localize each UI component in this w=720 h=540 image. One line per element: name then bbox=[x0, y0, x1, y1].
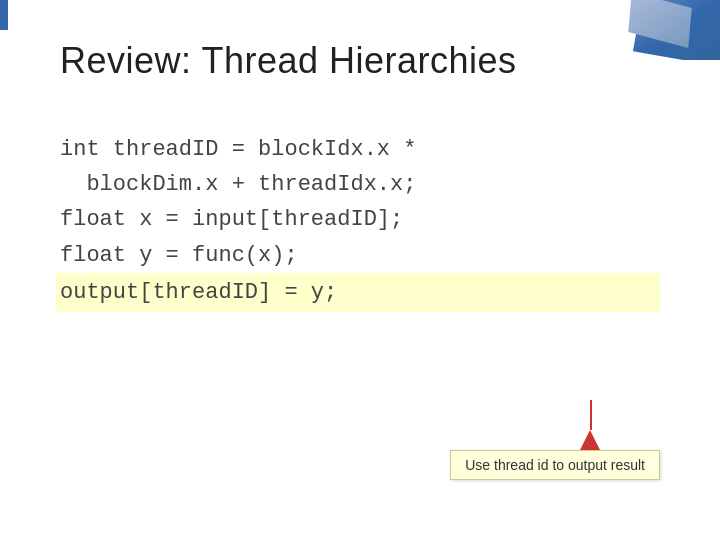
code-line-5-highlighted: output[threadID] = y; bbox=[56, 273, 660, 312]
code-line-2: blockDim.x + threadIdx.x; bbox=[60, 167, 660, 202]
slide-content: Review: Thread Hierarchies int threadID … bbox=[0, 0, 720, 352]
slide-title: Review: Thread Hierarchies bbox=[60, 40, 660, 82]
annotation-container: Use thread id to output result bbox=[450, 400, 660, 480]
code-block: int threadID = blockIdx.x * blockDim.x +… bbox=[60, 122, 660, 322]
arrow-line bbox=[590, 400, 592, 430]
code-line-3: float x = input[threadID]; bbox=[60, 202, 660, 237]
arrow-up-icon bbox=[580, 430, 600, 450]
code-line-1: int threadID = blockIdx.x * bbox=[60, 132, 660, 167]
annotation-box: Use thread id to output result bbox=[450, 450, 660, 480]
code-line-4: float y = func(x); bbox=[60, 238, 660, 273]
